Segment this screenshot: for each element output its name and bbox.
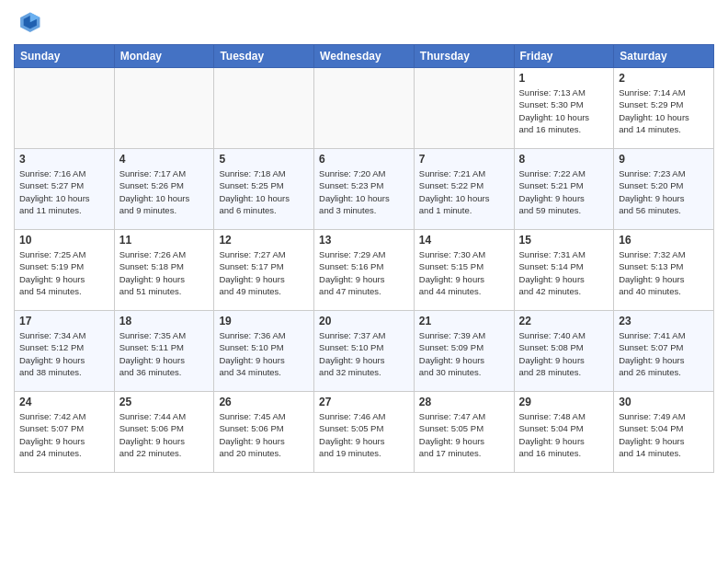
calendar-day-cell: 24Sunrise: 7:42 AM Sunset: 5:07 PM Dayli… [15, 392, 115, 473]
logo-icon [14, 9, 43, 39]
day-number: 16 [619, 234, 709, 247]
calendar-day-cell [114, 68, 214, 149]
calendar-day-cell: 4Sunrise: 7:17 AM Sunset: 5:26 PM Daylig… [114, 149, 214, 230]
day-info: Sunrise: 7:45 AM Sunset: 5:06 PM Dayligh… [219, 410, 309, 459]
calendar-day-cell: 20Sunrise: 7:37 AM Sunset: 5:10 PM Dayli… [314, 311, 415, 392]
page: SundayMondayTuesdayWednesdayThursdayFrid… [0, 0, 728, 487]
day-info: Sunrise: 7:44 AM Sunset: 5:06 PM Dayligh… [119, 410, 210, 459]
day-info: Sunrise: 7:13 AM Sunset: 5:30 PM Dayligh… [519, 86, 609, 135]
day-number: 23 [619, 315, 709, 327]
day-number: 22 [519, 315, 609, 327]
day-number: 24 [19, 396, 109, 408]
day-number: 28 [419, 396, 509, 408]
day-info: Sunrise: 7:47 AM Sunset: 5:05 PM Dayligh… [419, 410, 509, 459]
calendar-day-cell: 10Sunrise: 7:25 AM Sunset: 5:19 PM Dayli… [15, 230, 115, 311]
day-number: 14 [419, 234, 509, 247]
day-number: 2 [619, 72, 709, 85]
day-info: Sunrise: 7:21 AM Sunset: 5:22 PM Dayligh… [419, 167, 509, 216]
calendar-day-cell: 22Sunrise: 7:40 AM Sunset: 5:08 PM Dayli… [514, 311, 614, 392]
calendar-day-cell: 14Sunrise: 7:30 AM Sunset: 5:15 PM Dayli… [414, 230, 514, 311]
header [14, 9, 714, 39]
calendar-day-cell: 30Sunrise: 7:49 AM Sunset: 5:04 PM Dayli… [614, 392, 714, 473]
calendar-header-row: SundayMondayTuesdayWednesdayThursdayFrid… [15, 45, 714, 68]
calendar-day-cell: 21Sunrise: 7:39 AM Sunset: 5:09 PM Dayli… [414, 311, 514, 392]
calendar-day-cell: 27Sunrise: 7:46 AM Sunset: 5:05 PM Dayli… [314, 392, 415, 473]
calendar-day-cell: 6Sunrise: 7:20 AM Sunset: 5:23 PM Daylig… [314, 149, 415, 230]
day-number: 18 [119, 315, 210, 327]
day-number: 6 [319, 153, 409, 166]
calendar-day-cell: 19Sunrise: 7:36 AM Sunset: 5:10 PM Dayli… [214, 311, 314, 392]
calendar-day-cell: 16Sunrise: 7:32 AM Sunset: 5:13 PM Dayli… [614, 230, 714, 311]
day-number: 21 [419, 315, 509, 327]
day-info: Sunrise: 7:22 AM Sunset: 5:21 PM Dayligh… [519, 167, 609, 216]
day-info: Sunrise: 7:23 AM Sunset: 5:20 PM Dayligh… [619, 167, 709, 216]
weekday-header: Monday [114, 45, 214, 68]
day-info: Sunrise: 7:35 AM Sunset: 5:11 PM Dayligh… [119, 329, 210, 378]
calendar-body: 1Sunrise: 7:13 AM Sunset: 5:30 PM Daylig… [15, 68, 714, 473]
day-number: 27 [319, 396, 409, 408]
day-info: Sunrise: 7:37 AM Sunset: 5:10 PM Dayligh… [319, 329, 409, 378]
weekday-header: Tuesday [214, 45, 314, 68]
calendar-day-cell: 9Sunrise: 7:23 AM Sunset: 5:20 PM Daylig… [614, 149, 714, 230]
day-number: 17 [19, 315, 109, 327]
day-info: Sunrise: 7:41 AM Sunset: 5:07 PM Dayligh… [619, 329, 709, 378]
day-number: 30 [619, 396, 709, 408]
calendar-week-row: 10Sunrise: 7:25 AM Sunset: 5:19 PM Dayli… [15, 230, 714, 311]
calendar-day-cell: 29Sunrise: 7:48 AM Sunset: 5:04 PM Dayli… [514, 392, 614, 473]
calendar-week-row: 24Sunrise: 7:42 AM Sunset: 5:07 PM Dayli… [15, 392, 714, 473]
day-number: 26 [219, 396, 309, 408]
day-number: 20 [319, 315, 409, 327]
calendar-day-cell: 23Sunrise: 7:41 AM Sunset: 5:07 PM Dayli… [614, 311, 714, 392]
calendar-day-cell: 5Sunrise: 7:18 AM Sunset: 5:25 PM Daylig… [214, 149, 314, 230]
calendar-week-row: 3Sunrise: 7:16 AM Sunset: 5:27 PM Daylig… [15, 149, 714, 230]
day-number: 10 [19, 234, 109, 247]
day-info: Sunrise: 7:27 AM Sunset: 5:17 PM Dayligh… [219, 248, 309, 297]
day-info: Sunrise: 7:17 AM Sunset: 5:26 PM Dayligh… [119, 167, 210, 216]
day-number: 5 [219, 153, 309, 166]
day-info: Sunrise: 7:29 AM Sunset: 5:16 PM Dayligh… [319, 248, 409, 297]
day-number: 4 [119, 153, 210, 166]
day-number: 15 [519, 234, 609, 247]
calendar-day-cell: 25Sunrise: 7:44 AM Sunset: 5:06 PM Dayli… [114, 392, 214, 473]
day-info: Sunrise: 7:25 AM Sunset: 5:19 PM Dayligh… [19, 248, 109, 297]
day-info: Sunrise: 7:36 AM Sunset: 5:10 PM Dayligh… [219, 329, 309, 378]
day-number: 11 [119, 234, 210, 247]
day-number: 13 [319, 234, 409, 247]
day-info: Sunrise: 7:18 AM Sunset: 5:25 PM Dayligh… [219, 167, 309, 216]
calendar-day-cell: 3Sunrise: 7:16 AM Sunset: 5:27 PM Daylig… [15, 149, 115, 230]
calendar-day-cell [214, 68, 314, 149]
calendar: SundayMondayTuesdayWednesdayThursdayFrid… [14, 44, 714, 473]
calendar-day-cell: 7Sunrise: 7:21 AM Sunset: 5:22 PM Daylig… [414, 149, 514, 230]
day-info: Sunrise: 7:48 AM Sunset: 5:04 PM Dayligh… [519, 410, 609, 459]
day-info: Sunrise: 7:32 AM Sunset: 5:13 PM Dayligh… [619, 248, 709, 297]
calendar-day-cell: 28Sunrise: 7:47 AM Sunset: 5:05 PM Dayli… [414, 392, 514, 473]
day-number: 12 [219, 234, 309, 247]
day-number: 29 [519, 396, 609, 408]
logo [14, 9, 47, 39]
calendar-week-row: 17Sunrise: 7:34 AM Sunset: 5:12 PM Dayli… [15, 311, 714, 392]
day-number: 1 [519, 72, 609, 85]
day-info: Sunrise: 7:34 AM Sunset: 5:12 PM Dayligh… [19, 329, 109, 378]
calendar-day-cell [414, 68, 514, 149]
calendar-day-cell: 26Sunrise: 7:45 AM Sunset: 5:06 PM Dayli… [214, 392, 314, 473]
calendar-day-cell: 8Sunrise: 7:22 AM Sunset: 5:21 PM Daylig… [514, 149, 614, 230]
calendar-day-cell [314, 68, 415, 149]
day-info: Sunrise: 7:30 AM Sunset: 5:15 PM Dayligh… [419, 248, 509, 297]
weekday-header: Saturday [614, 45, 714, 68]
day-info: Sunrise: 7:40 AM Sunset: 5:08 PM Dayligh… [519, 329, 609, 378]
day-info: Sunrise: 7:42 AM Sunset: 5:07 PM Dayligh… [19, 410, 109, 459]
calendar-day-cell: 18Sunrise: 7:35 AM Sunset: 5:11 PM Dayli… [114, 311, 214, 392]
day-number: 7 [419, 153, 509, 166]
day-info: Sunrise: 7:49 AM Sunset: 5:04 PM Dayligh… [619, 410, 709, 459]
weekday-header: Friday [514, 45, 614, 68]
day-number: 8 [519, 153, 609, 166]
day-info: Sunrise: 7:39 AM Sunset: 5:09 PM Dayligh… [419, 329, 509, 378]
day-number: 19 [219, 315, 309, 327]
calendar-day-cell: 13Sunrise: 7:29 AM Sunset: 5:16 PM Dayli… [314, 230, 415, 311]
day-number: 9 [619, 153, 709, 166]
calendar-day-cell: 17Sunrise: 7:34 AM Sunset: 5:12 PM Dayli… [15, 311, 115, 392]
weekday-header: Wednesday [314, 45, 415, 68]
weekday-header: Thursday [414, 45, 514, 68]
day-info: Sunrise: 7:20 AM Sunset: 5:23 PM Dayligh… [319, 167, 409, 216]
calendar-day-cell: 11Sunrise: 7:26 AM Sunset: 5:18 PM Dayli… [114, 230, 214, 311]
